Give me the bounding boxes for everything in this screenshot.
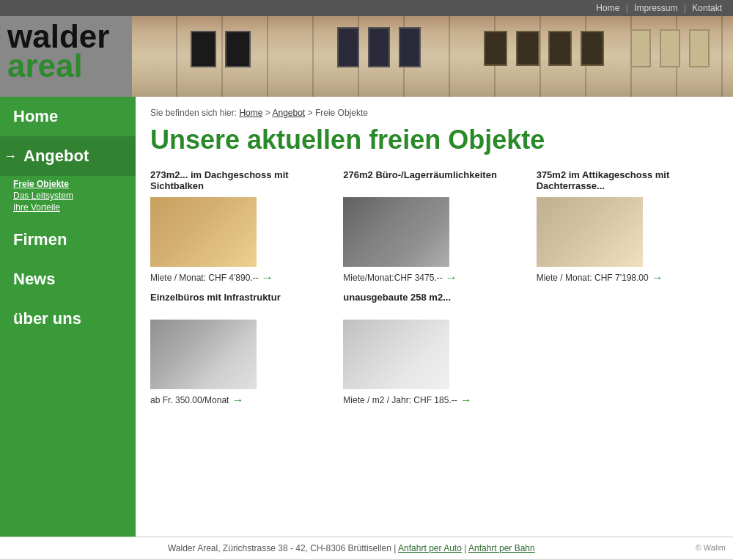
object-1-link[interactable]: → [262,271,273,284]
top-bar: Home | Impressum | Kontakt [0,0,733,16]
object-2-image[interactable] [343,197,449,267]
object-5-link[interactable]: → [460,394,472,407]
logo-areal: areal [7,51,109,81]
footer-copyright: © Walim [696,543,726,552]
object-2-price: Miete/Monat:CHF 3475.-- → [343,271,525,284]
home-label: Home [13,107,58,125]
sidebar-item-ueber-uns[interactable]: über uns [0,299,136,339]
sidebar-item-firmen[interactable]: Firmen [0,220,136,259]
main-layout: Home → Angebot Freie Objekte Das Leitsys… [0,97,733,537]
sidebar-item-angebot[interactable]: → Angebot [0,136,136,176]
object-item-1: 273m2... im Dachgeschoss mit Sichtbalken… [150,169,332,284]
object-3-price: Miete / Monat: CHF 7'198.00 → [537,271,718,284]
object-3-image[interactable] [537,197,643,267]
objects-row2: Einzelbüros mit Infrastruktur ab Fr. 350… [150,292,718,407]
object-5-image[interactable] [343,320,449,389]
breadcrumb-home[interactable]: Home [239,108,262,118]
breadcrumb: Sie befinden sich hier: Home > Angebot >… [150,104,718,118]
object-1-price: Miete / Monat: CHF 4'890.-- → [150,271,332,284]
object-item-2: 276m2 Büro-/Lagerräumlichkeiten Miete/Mo… [343,169,525,284]
sidebar-item-news[interactable]: News [0,259,136,299]
site-header: walder areal [0,16,733,97]
firmen-label: Firmen [13,230,67,248]
object-3-title: 375m2 im Attikageschoss mit Dachterrasse… [537,169,718,193]
main-content: Sie befinden sich hier: Home > Angebot >… [136,97,733,537]
object-item-5: unausgebaute 258 m2... Miete / m2 / Jahr… [343,292,525,407]
footer-address: Walder Areal, Zürichstrasse 38 - 42, CH-… [168,543,391,553]
object-4-title: Einzelbüros mit Infrastruktur [150,292,332,315]
object-1-image[interactable] [150,197,257,267]
footer-main: Walder Areal, Zürichstrasse 38 - 42, CH-… [0,537,733,559]
ueber-uns-label: über uns [13,309,81,328]
subnav-freie-objekte[interactable]: Freie Objekte [13,179,122,189]
object-item-3: 375m2 im Attikageschoss mit Dachterrasse… [537,169,718,284]
page-title: Unsere aktuellen freien Objekte [150,125,718,155]
subnav-vorteile[interactable]: Ihre Vorteile [13,202,122,213]
object-2-link[interactable]: → [446,271,457,284]
object-5-price: Miete / m2 / Jahr: CHF 185.-- → [343,394,525,407]
sidebar-item-home[interactable]: Home [0,97,136,136]
top-home-link[interactable]: Home [596,3,619,13]
angebot-subnav: Freie Objekte Das Leitsystem Ihre Vortei… [0,176,136,220]
object-1-title: 273m2... im Dachgeschoss mit Sichtbalken [150,169,332,193]
object-item-empty [537,292,718,407]
angebot-label: Angebot [23,147,89,165]
object-4-image[interactable] [150,320,257,389]
object-4-link[interactable]: → [232,394,243,407]
objects-grid: 273m2... im Dachgeschoss mit Sichtbalken… [150,169,718,284]
news-label: News [13,270,55,288]
subnav-leitsystem[interactable]: Das Leitsystem [13,191,122,201]
sidebar: Home → Angebot Freie Objekte Das Leitsys… [0,97,136,537]
nav-arrow-icon: → [4,149,17,164]
breadcrumb-current: Freie Objekte [315,108,368,118]
logo: walder areal [7,22,109,80]
object-4-price: ab Fr. 350.00/Monat → [150,394,332,407]
top-kontakt-link[interactable]: Kontakt [692,3,722,13]
top-impressum-link[interactable]: Impressum [634,3,677,13]
footer-anfahrt-bahn[interactable]: Anfahrt per Bahn [468,543,535,553]
breadcrumb-angebot[interactable]: Angebot [272,108,305,118]
header-image [132,16,733,97]
object-item-4: Einzelbüros mit Infrastruktur ab Fr. 350… [150,292,332,407]
logo-walder: walder [7,22,109,51]
breadcrumb-prefix: Sie befinden sich hier: [150,108,237,118]
object-3-link[interactable]: → [652,271,663,284]
object-2-title: 276m2 Büro-/Lagerräumlichkeiten [343,169,525,193]
footer-anfahrt-auto[interactable]: Anfahrt per Auto [398,543,462,553]
object-5-title: unausgebaute 258 m2... [343,292,525,315]
